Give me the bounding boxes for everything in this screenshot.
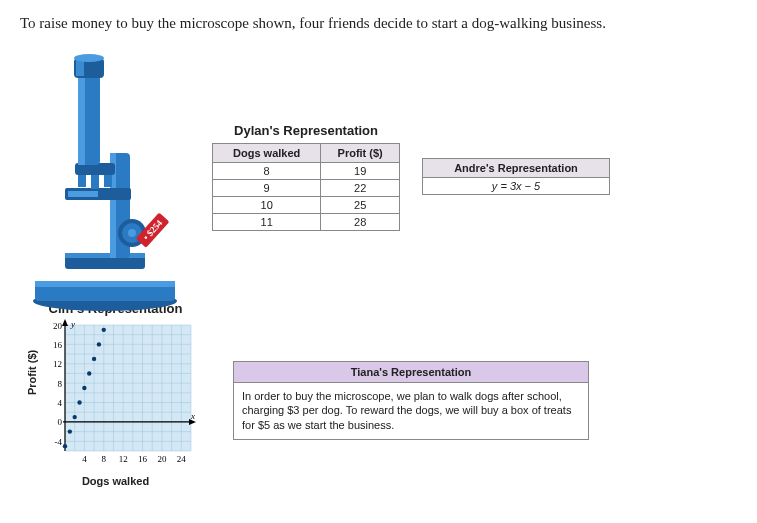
andre-representation: Andre's Representation y = 3x − 5 <box>422 158 610 195</box>
svg-point-71 <box>72 414 76 418</box>
svg-point-72 <box>77 400 81 404</box>
microscope-icon <box>20 53 190 313</box>
bottom-row: Cliff's Representation y x -4 0 4 8 <box>20 301 737 487</box>
svg-point-74 <box>87 371 91 375</box>
svg-text:20: 20 <box>157 454 167 464</box>
microscope-image: • $254 <box>20 53 190 313</box>
table-row: 1025 <box>213 196 400 213</box>
svg-rect-13 <box>78 175 86 187</box>
svg-rect-4 <box>65 253 145 258</box>
svg-rect-14 <box>91 175 99 189</box>
top-row: • $254 Dylan's Representation Dogs walke… <box>20 53 737 313</box>
table-row: 1128 <box>213 213 400 230</box>
svg-point-76 <box>97 342 101 346</box>
svg-text:4: 4 <box>58 398 63 408</box>
tiana-text: In order to buy the microscope, we plan … <box>234 382 589 440</box>
svg-text:-4: -4 <box>55 437 63 447</box>
dylan-header-profit: Profit ($) <box>321 143 400 162</box>
cliff-chart: y x -4 0 4 8 12 16 20 4 8 12 16 20 24 <box>33 319 198 469</box>
andre-equation: y = 3x − 5 <box>423 177 610 194</box>
svg-text:x: x <box>190 411 195 421</box>
dylan-header-dogs: Dogs walked <box>213 143 321 162</box>
cliff-xlabel: Dogs walked <box>28 475 203 487</box>
svg-text:8: 8 <box>58 379 63 389</box>
svg-point-77 <box>102 327 106 331</box>
svg-text:20: 20 <box>53 321 63 331</box>
svg-text:24: 24 <box>177 454 187 464</box>
svg-rect-15 <box>104 175 112 187</box>
svg-text:8: 8 <box>102 454 107 464</box>
svg-text:0: 0 <box>58 417 63 427</box>
svg-text:12: 12 <box>53 359 62 369</box>
svg-point-70 <box>68 429 72 433</box>
svg-rect-11 <box>68 191 98 197</box>
svg-text:12: 12 <box>119 454 128 464</box>
svg-text:16: 16 <box>138 454 148 464</box>
intro-text: To raise money to buy the microscope sho… <box>20 12 737 35</box>
svg-marker-51 <box>62 319 68 326</box>
table-row: 922 <box>213 179 400 196</box>
svg-rect-17 <box>78 75 85 165</box>
andre-table: Andre's Representation y = 3x − 5 <box>422 158 610 195</box>
svg-rect-19 <box>76 60 84 76</box>
tiana-representation: Tiana's Representation In order to buy t… <box>233 361 589 441</box>
tiana-table: Tiana's Representation In order to buy t… <box>233 361 589 441</box>
tiana-title: Tiana's Representation <box>234 361 589 382</box>
svg-point-9 <box>128 229 136 237</box>
svg-point-69 <box>63 443 67 447</box>
svg-text:4: 4 <box>82 454 87 464</box>
andre-title: Andre's Representation <box>423 158 610 177</box>
dylan-title: Dylan's Representation <box>212 123 400 138</box>
dylan-representation: Dylan's Representation Dogs walked Profi… <box>212 123 400 231</box>
svg-rect-2 <box>35 281 175 287</box>
cliff-ylabel: Profit ($) <box>26 350 38 395</box>
svg-text:16: 16 <box>53 340 63 350</box>
dylan-table: Dogs walked Profit ($) 819 922 1025 1128 <box>212 143 400 231</box>
svg-point-20 <box>74 54 104 62</box>
cliff-representation: Cliff's Representation y x -4 0 4 8 <box>28 301 203 487</box>
svg-point-75 <box>92 356 96 360</box>
svg-point-73 <box>82 385 86 389</box>
table-row: 819 <box>213 162 400 179</box>
svg-text:y: y <box>70 319 75 329</box>
